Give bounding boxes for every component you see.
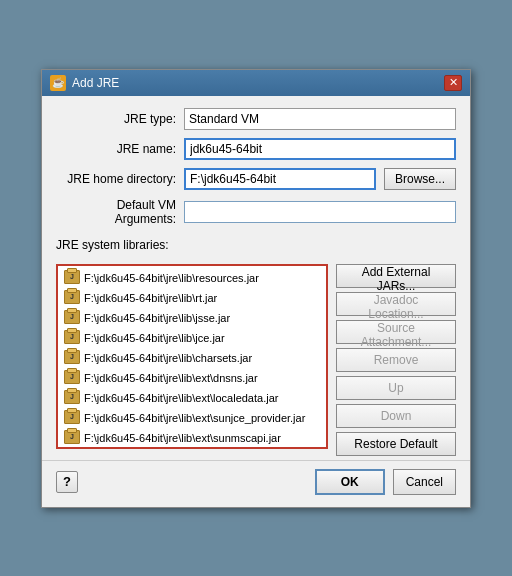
jar-icon-img: J bbox=[64, 330, 80, 344]
jar-icon: J bbox=[64, 290, 80, 306]
jre-type-select[interactable]: Standard VM bbox=[184, 108, 456, 130]
form-content: JRE type: Standard VM JRE name: JRE home… bbox=[42, 96, 470, 238]
library-path: F:\jdk6u45-64bit\jre\lib\ext\localedata.… bbox=[84, 392, 278, 404]
jar-icon-img: J bbox=[64, 290, 80, 304]
jar-icon-img: J bbox=[64, 310, 80, 324]
side-buttons-column: Add External JARs... Javadoc Location...… bbox=[336, 264, 456, 456]
help-button[interactable]: ? bbox=[56, 471, 78, 493]
list-item[interactable]: JF:\jdk6u45-64bit\jre\lib\rt.jar bbox=[60, 288, 324, 308]
library-path: F:\jdk6u45-64bit\jre\lib\charsets.jar bbox=[84, 352, 252, 364]
restore-default-button[interactable]: Restore Default bbox=[336, 432, 456, 456]
jre-type-label: JRE type: bbox=[56, 112, 176, 126]
jre-home-dir-row: JRE home directory: Browse... bbox=[56, 168, 456, 190]
source-attachment-button[interactable]: Source Attachment... bbox=[336, 320, 456, 344]
list-item[interactable]: JF:\jdk6u45-64bit\jre\lib\ext\sunjce_pro… bbox=[60, 408, 324, 428]
list-item[interactable]: JF:\jdk6u45-64bit\jre\lib\charsets.jar bbox=[60, 348, 324, 368]
up-button[interactable]: Up bbox=[336, 376, 456, 400]
dialog-actions: OK Cancel bbox=[315, 469, 456, 495]
libraries-section: JF:\jdk6u45-64bit\jre\lib\resources.jarJ… bbox=[56, 264, 456, 456]
javadoc-location-button[interactable]: Javadoc Location... bbox=[336, 292, 456, 316]
list-item[interactable]: JF:\jdk6u45-64bit\jre\lib\ext\dnsns.jar bbox=[60, 368, 324, 388]
jar-icon: J bbox=[64, 410, 80, 426]
cancel-button[interactable]: Cancel bbox=[393, 469, 456, 495]
library-path: F:\jdk6u45-64bit\jre\lib\rt.jar bbox=[84, 292, 217, 304]
title-bar-left: ☕ Add JRE bbox=[50, 75, 119, 91]
library-path: F:\jdk6u45-64bit\jre\lib\jce.jar bbox=[84, 332, 225, 344]
jar-icon: J bbox=[64, 370, 80, 386]
libraries-outer: JRE system libraries: JF:\jdk6u45-64bit\… bbox=[42, 238, 470, 456]
jar-icon: J bbox=[64, 310, 80, 326]
default-vm-input[interactable] bbox=[184, 201, 456, 223]
list-item[interactable]: JF:\jdk6u45-64bit\jre\lib\ext\sunmscapi.… bbox=[60, 428, 324, 448]
list-item[interactable]: JF:\jdk6u45-64bit\jre\lib\jsse.jar bbox=[60, 308, 324, 328]
jre-name-input[interactable] bbox=[184, 138, 456, 160]
dialog-icon: ☕ bbox=[50, 75, 66, 91]
library-path: F:\jdk6u45-64bit\jre\lib\ext\sunmscapi.j… bbox=[84, 432, 281, 444]
jar-icon: J bbox=[64, 430, 80, 446]
list-item[interactable]: JF:\jdk6u45-64bit\jre\lib\ext\localedata… bbox=[60, 388, 324, 408]
add-external-jars-button[interactable]: Add External JARs... bbox=[336, 264, 456, 288]
jre-name-label: JRE name: bbox=[56, 142, 176, 156]
jre-home-dir-input[interactable] bbox=[184, 168, 376, 190]
jre-home-dir-label: JRE home directory: bbox=[56, 172, 176, 186]
jar-icon-img: J bbox=[64, 390, 80, 404]
jar-icon: J bbox=[64, 270, 80, 286]
libraries-label: JRE system libraries: bbox=[56, 238, 456, 252]
close-button[interactable]: ✕ bbox=[444, 75, 462, 91]
ok-button[interactable]: OK bbox=[315, 469, 385, 495]
libraries-list[interactable]: JF:\jdk6u45-64bit\jre\lib\resources.jarJ… bbox=[56, 264, 328, 449]
list-item[interactable]: JF:\jdk6u45-64bit\jre\lib\resources.jar bbox=[60, 268, 324, 288]
add-jre-dialog: ☕ Add JRE ✕ JRE type: Standard VM JRE na… bbox=[41, 69, 471, 508]
list-item[interactable]: JF:\jdk6u45-64bit\jre\lib\jce.jar bbox=[60, 328, 324, 348]
down-button[interactable]: Down bbox=[336, 404, 456, 428]
title-bar: ☕ Add JRE ✕ bbox=[42, 70, 470, 96]
library-path: F:\jdk6u45-64bit\jre\lib\ext\dnsns.jar bbox=[84, 372, 258, 384]
library-path: F:\jdk6u45-64bit\jre\lib\ext\sunjce_prov… bbox=[84, 412, 305, 424]
jar-icon-img: J bbox=[64, 270, 80, 284]
jar-icon-img: J bbox=[64, 370, 80, 384]
library-path: F:\jdk6u45-64bit\jre\lib\resources.jar bbox=[84, 272, 259, 284]
default-vm-row: Default VM Arguments: bbox=[56, 198, 456, 226]
jre-type-row: JRE type: Standard VM bbox=[56, 108, 456, 130]
jar-icon-img: J bbox=[64, 430, 80, 444]
default-vm-label: Default VM Arguments: bbox=[56, 198, 176, 226]
jar-icon-img: J bbox=[64, 350, 80, 364]
jar-icon: J bbox=[64, 350, 80, 366]
jre-type-select-wrapper: Standard VM bbox=[184, 108, 456, 130]
dialog-title: Add JRE bbox=[72, 76, 119, 90]
library-path: F:\jdk6u45-64bit\jre\lib\jsse.jar bbox=[84, 312, 230, 324]
jar-icon-img: J bbox=[64, 410, 80, 424]
remove-button[interactable]: Remove bbox=[336, 348, 456, 372]
jre-name-row: JRE name: bbox=[56, 138, 456, 160]
jar-icon: J bbox=[64, 390, 80, 406]
browse-button[interactable]: Browse... bbox=[384, 168, 456, 190]
jar-icon: J bbox=[64, 330, 80, 346]
bottom-row: ? OK Cancel bbox=[42, 460, 470, 507]
